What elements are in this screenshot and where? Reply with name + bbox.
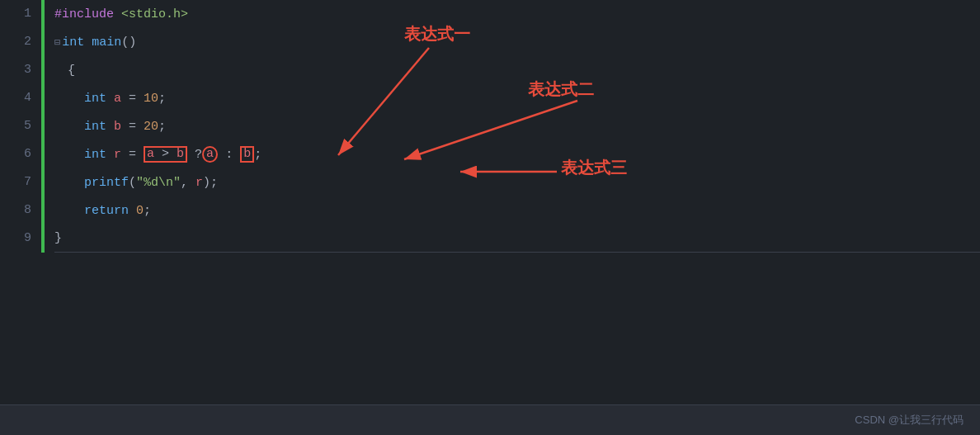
code-text: <stdio.h> [121,7,188,21]
code-text: ( [129,176,136,190]
code-text: a [206,147,214,161]
code-text: int [84,148,114,162]
code-text: ; [158,92,166,106]
code-text: { [68,64,75,78]
code-text: int [84,120,114,134]
code-text: ; [144,204,151,218]
line-num-4: 4 [24,84,31,112]
code-text: > [154,147,177,161]
code-text: = [121,148,144,162]
line-num-5: 5 [24,112,31,140]
code-text: ); [203,176,218,190]
code-text: %d\n [144,176,173,190]
code-text: a [114,92,121,106]
line-num-3: 3 [24,56,31,84]
code-text: () [121,35,136,50]
code-line-2: ⊟int main() [54,28,980,56]
code-text: #include [54,7,121,21]
code-line-5: int b = 20; [54,112,980,140]
highlight-expr1: a > b [144,146,187,163]
code-text: printf [84,176,129,190]
code-area: #include <stdio.h> ⊟int main() { int a =… [46,0,980,404]
code-text: return [84,204,136,218]
brand-text: CSDN @让我三行代码 [855,413,964,428]
line-num-7: 7 [24,168,31,196]
code-text: r [114,148,121,162]
editor-container: 1 2 3 4 5 6 7 8 9 #include <stdio.h> ⊟in… [0,0,980,404]
code-line-8: return 0; [54,196,980,225]
collapse-icon: ⊟ [54,36,60,49]
line-numbers: 1 2 3 4 5 6 7 8 9 [0,0,41,404]
code-line-3: { [54,56,980,84]
line-num-1: 1 [24,0,31,28]
code-text: b [177,147,184,161]
code-text: r [196,176,203,190]
code-line-4: int a = 10; [54,84,980,112]
code-text: 0 [136,204,144,218]
code-line-6: int r = a > b ?a : b; [54,140,980,168]
code-text: a [147,147,154,161]
code-text: ; [158,120,166,134]
code-text: main [92,35,121,50]
code-text: : [218,148,240,162]
line-num-2: 2 [24,28,31,56]
code-text: 20 [144,120,158,134]
code-text: " [136,176,144,190]
line-num-6: 6 [24,140,31,168]
line-num-8: 8 [24,196,31,225]
code-text: 10 [144,92,158,106]
code-text: = [121,120,144,134]
bottom-bar: CSDN @让我三行代码 [0,404,980,435]
highlight-expr3: b [240,146,254,163]
code-text: , [181,176,196,190]
code-text: int [84,92,114,106]
code-text: } [54,231,62,245]
code-line-7: printf("%d\n", r); [54,168,980,196]
line-num-9: 9 [24,225,31,253]
code-text: int [62,35,92,50]
code-text: b [243,147,251,161]
highlight-expr2: a [202,146,218,163]
code-text: ? [187,148,202,162]
code-text: b [114,120,121,134]
code-text: = [121,92,144,106]
code-line-9: } [54,225,980,253]
code-line-1: #include <stdio.h> [54,0,980,28]
code-text: ; [254,148,261,162]
code-text: " [173,176,181,190]
